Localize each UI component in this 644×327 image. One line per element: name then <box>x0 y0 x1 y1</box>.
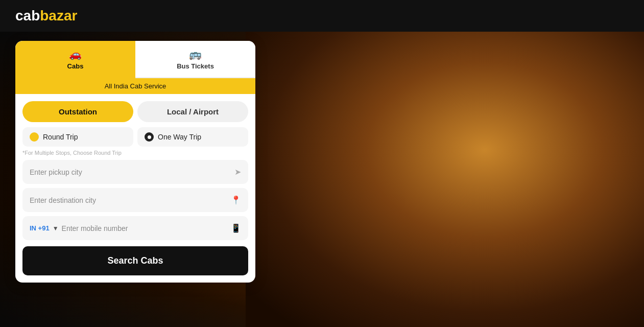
service-toggle: Outstation Local / Airport <box>22 101 248 122</box>
tab-bus-label: Bus Tickets <box>177 62 214 70</box>
tabs-row: 🚗 Cabs 🚌 Bus Tickets <box>15 41 255 78</box>
outstation-button[interactable]: Outstation <box>22 101 133 122</box>
destination-field[interactable]: 📍 <box>22 188 248 212</box>
local-airport-button[interactable]: Local / Airport <box>137 101 248 122</box>
phone-input[interactable] <box>62 224 228 232</box>
pickup-field[interactable]: ➤ <box>22 160 248 184</box>
round-trip-option[interactable]: Round Trip <box>22 127 133 147</box>
outstation-label: Outstation <box>59 107 97 116</box>
one-way-label: One Way Trip <box>158 133 201 141</box>
local-airport-label: Local / Airport <box>167 107 219 116</box>
hint-text: *For Multiple Stops, Choose Round Trip <box>22 150 248 156</box>
tab-cabs[interactable]: 🚗 Cabs <box>15 41 135 78</box>
map-pin-icon: 📍 <box>231 195 241 205</box>
form-panel: 🚗 Cabs 🚌 Bus Tickets All India Cab Servi… <box>15 41 255 283</box>
one-way-option[interactable]: One Way Trip <box>137 127 248 147</box>
tab-cabs-label: Cabs <box>67 62 84 70</box>
bus-icon: 🚌 <box>189 48 202 60</box>
service-bar-text: All India Cab Service <box>105 82 166 90</box>
one-way-radio <box>145 132 154 142</box>
round-trip-radio <box>30 132 39 142</box>
service-bar: All India Cab Service <box>15 78 255 94</box>
navbar: cabbazar <box>0 0 644 32</box>
phone-icon: 📱 <box>231 223 241 233</box>
phone-country-code: IN +91 <box>30 224 50 232</box>
search-cabs-button[interactable]: Search Cabs <box>22 246 248 275</box>
hint-content: *For Multiple Stops, Choose Round Trip <box>22 150 122 156</box>
car-icon: 🚗 <box>69 48 82 60</box>
destination-input[interactable] <box>30 196 227 204</box>
logo: cabbazar <box>15 8 77 24</box>
location-arrow-icon: ➤ <box>234 167 241 177</box>
search-cabs-label: Search Cabs <box>107 255 163 266</box>
phone-dropdown-icon[interactable]: ▼ <box>53 225 59 232</box>
phone-field[interactable]: IN +91 ▼ 📱 <box>22 216 248 240</box>
round-trip-label: Round Trip <box>43 133 78 141</box>
tab-bus[interactable]: 🚌 Bus Tickets <box>135 41 255 78</box>
pickup-input[interactable] <box>30 168 230 176</box>
main-content: 🚗 Cabs 🚌 Bus Tickets All India Cab Servi… <box>0 32 644 327</box>
trip-type-row: Round Trip One Way Trip <box>22 127 248 147</box>
